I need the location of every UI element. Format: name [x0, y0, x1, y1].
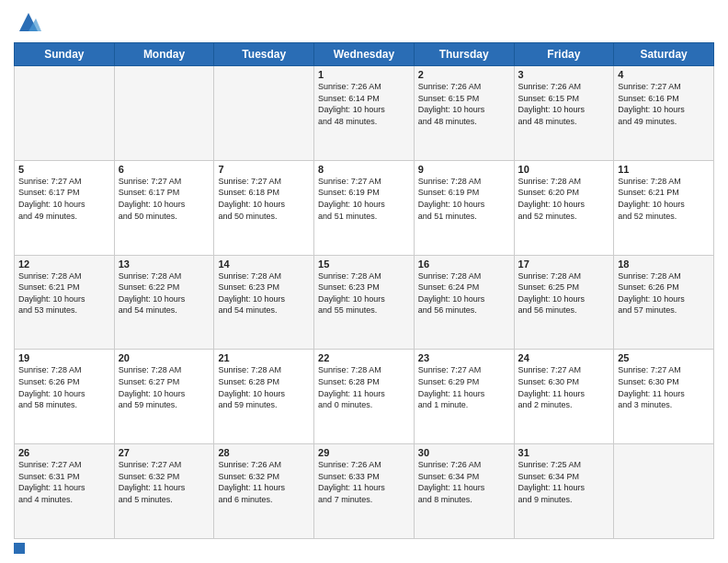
- day-number: 13: [119, 259, 210, 270]
- day-number: 5: [18, 164, 110, 175]
- calendar-cell: 11Sunrise: 7:28 AM Sunset: 6:21 PM Dayli…: [614, 160, 714, 255]
- day-number: 20: [119, 352, 210, 363]
- calendar-cell: 4Sunrise: 7:27 AM Sunset: 6:16 PM Daylig…: [614, 66, 714, 161]
- week-row: 12Sunrise: 7:28 AM Sunset: 6:21 PM Dayli…: [15, 255, 714, 350]
- day-header-monday: Monday: [114, 43, 214, 66]
- day-number: 21: [218, 352, 310, 363]
- day-number: 17: [518, 259, 610, 270]
- day-number: 23: [418, 352, 510, 363]
- day-number: 15: [318, 259, 410, 270]
- day-number: 3: [518, 69, 610, 80]
- logo: [14, 9, 41, 35]
- week-row: 5Sunrise: 7:27 AM Sunset: 6:17 PM Daylig…: [15, 160, 714, 255]
- day-number: 26: [18, 447, 110, 458]
- day-header-wednesday: Wednesday: [314, 43, 415, 66]
- calendar-cell: 26Sunrise: 7:27 AM Sunset: 6:31 PM Dayli…: [15, 444, 115, 539]
- day-number: 4: [618, 69, 710, 80]
- calendar-cell: 21Sunrise: 7:28 AM Sunset: 6:28 PM Dayli…: [214, 350, 314, 444]
- day-number: 25: [618, 352, 710, 363]
- day-info: Sunrise: 7:26 AM Sunset: 6:15 PM Dayligh…: [518, 81, 610, 127]
- day-header-tuesday: Tuesday: [214, 43, 314, 66]
- calendar-cell: 15Sunrise: 7:28 AM Sunset: 6:23 PM Dayli…: [314, 255, 415, 350]
- day-number: 7: [218, 164, 310, 175]
- day-info: Sunrise: 7:26 AM Sunset: 6:33 PM Dayligh…: [318, 459, 410, 505]
- day-info: Sunrise: 7:28 AM Sunset: 6:23 PM Dayligh…: [318, 270, 410, 316]
- day-header-friday: Friday: [514, 43, 614, 66]
- calendar-cell: 27Sunrise: 7:27 AM Sunset: 6:32 PM Dayli…: [114, 444, 214, 539]
- calendar-cell: [214, 66, 314, 161]
- day-info: Sunrise: 7:28 AM Sunset: 6:19 PM Dayligh…: [418, 176, 510, 222]
- day-number: 16: [418, 259, 510, 270]
- calendar-cell: 24Sunrise: 7:27 AM Sunset: 6:30 PM Dayli…: [514, 350, 614, 444]
- day-info: Sunrise: 7:27 AM Sunset: 6:19 PM Dayligh…: [318, 176, 410, 222]
- calendar-cell: [114, 66, 214, 161]
- day-number: 9: [418, 164, 510, 175]
- day-info: Sunrise: 7:28 AM Sunset: 6:22 PM Dayligh…: [119, 270, 210, 316]
- day-info: Sunrise: 7:26 AM Sunset: 6:14 PM Dayligh…: [318, 81, 410, 127]
- day-info: Sunrise: 7:27 AM Sunset: 6:18 PM Dayligh…: [218, 176, 310, 222]
- day-number: 28: [218, 447, 310, 458]
- day-info: Sunrise: 7:28 AM Sunset: 6:20 PM Dayligh…: [518, 176, 610, 222]
- day-info: Sunrise: 7:28 AM Sunset: 6:23 PM Dayligh…: [218, 270, 310, 316]
- day-info: Sunrise: 7:27 AM Sunset: 6:16 PM Dayligh…: [618, 81, 710, 127]
- day-number: 14: [218, 259, 310, 270]
- calendar-cell: 7Sunrise: 7:27 AM Sunset: 6:18 PM Daylig…: [214, 160, 314, 255]
- page: SundayMondayTuesdayWednesdayThursdayFrid…: [0, 0, 728, 563]
- calendar-cell: 29Sunrise: 7:26 AM Sunset: 6:33 PM Dayli…: [314, 444, 415, 539]
- day-info: Sunrise: 7:26 AM Sunset: 6:15 PM Dayligh…: [418, 81, 510, 127]
- day-info: Sunrise: 7:27 AM Sunset: 6:30 PM Dayligh…: [618, 364, 710, 410]
- calendar-cell: 25Sunrise: 7:27 AM Sunset: 6:30 PM Dayli…: [614, 350, 714, 444]
- day-header-thursday: Thursday: [414, 43, 514, 66]
- day-info: Sunrise: 7:27 AM Sunset: 6:17 PM Dayligh…: [18, 176, 110, 222]
- calendar-cell: 22Sunrise: 7:28 AM Sunset: 6:28 PM Dayli…: [314, 350, 415, 444]
- calendar-cell: 6Sunrise: 7:27 AM Sunset: 6:17 PM Daylig…: [114, 160, 214, 255]
- day-info: Sunrise: 7:28 AM Sunset: 6:24 PM Dayligh…: [418, 270, 510, 316]
- day-number: 1: [318, 69, 410, 80]
- day-info: Sunrise: 7:26 AM Sunset: 6:34 PM Dayligh…: [418, 459, 510, 505]
- day-number: 8: [318, 164, 410, 175]
- calendar-cell: 23Sunrise: 7:27 AM Sunset: 6:29 PM Dayli…: [414, 350, 514, 444]
- calendar-cell: 20Sunrise: 7:28 AM Sunset: 6:27 PM Dayli…: [114, 350, 214, 444]
- day-number: 2: [418, 69, 510, 80]
- day-info: Sunrise: 7:27 AM Sunset: 6:31 PM Dayligh…: [18, 459, 110, 505]
- calendar-cell: 18Sunrise: 7:28 AM Sunset: 6:26 PM Dayli…: [614, 255, 714, 350]
- footer: [14, 543, 714, 554]
- day-info: Sunrise: 7:27 AM Sunset: 6:29 PM Dayligh…: [418, 364, 510, 410]
- calendar-cell: 28Sunrise: 7:26 AM Sunset: 6:32 PM Dayli…: [214, 444, 314, 539]
- day-info: Sunrise: 7:27 AM Sunset: 6:30 PM Dayligh…: [518, 364, 610, 410]
- calendar-cell: 1Sunrise: 7:26 AM Sunset: 6:14 PM Daylig…: [314, 66, 415, 161]
- day-number: 31: [518, 447, 610, 458]
- day-number: 19: [18, 352, 110, 363]
- calendar-cell: 17Sunrise: 7:28 AM Sunset: 6:25 PM Dayli…: [514, 255, 614, 350]
- day-number: 12: [18, 259, 110, 270]
- day-info: Sunrise: 7:25 AM Sunset: 6:34 PM Dayligh…: [518, 459, 610, 505]
- day-number: 27: [119, 447, 210, 458]
- header: [14, 9, 714, 35]
- calendar-cell: 9Sunrise: 7:28 AM Sunset: 6:19 PM Daylig…: [414, 160, 514, 255]
- calendar-cell: [15, 66, 115, 161]
- day-number: 18: [618, 259, 710, 270]
- calendar-cell: [614, 444, 714, 539]
- calendar-cell: 30Sunrise: 7:26 AM Sunset: 6:34 PM Dayli…: [414, 444, 514, 539]
- footer-dot: [14, 543, 25, 554]
- day-info: Sunrise: 7:27 AM Sunset: 6:17 PM Dayligh…: [119, 176, 210, 222]
- day-number: 6: [119, 164, 210, 175]
- day-info: Sunrise: 7:27 AM Sunset: 6:32 PM Dayligh…: [119, 459, 210, 505]
- day-info: Sunrise: 7:28 AM Sunset: 6:21 PM Dayligh…: [618, 176, 710, 222]
- calendar-cell: 14Sunrise: 7:28 AM Sunset: 6:23 PM Dayli…: [214, 255, 314, 350]
- calendar-table: SundayMondayTuesdayWednesdayThursdayFrid…: [14, 42, 714, 539]
- day-number: 24: [518, 352, 610, 363]
- header-row: SundayMondayTuesdayWednesdayThursdayFrid…: [15, 43, 714, 66]
- calendar-cell: 12Sunrise: 7:28 AM Sunset: 6:21 PM Dayli…: [15, 255, 115, 350]
- day-info: Sunrise: 7:28 AM Sunset: 6:28 PM Dayligh…: [318, 364, 410, 410]
- day-header-sunday: Sunday: [15, 43, 115, 66]
- day-number: 22: [318, 352, 410, 363]
- calendar-cell: 10Sunrise: 7:28 AM Sunset: 6:20 PM Dayli…: [514, 160, 614, 255]
- day-number: 10: [518, 164, 610, 175]
- day-info: Sunrise: 7:28 AM Sunset: 6:28 PM Dayligh…: [218, 364, 310, 410]
- calendar-cell: 8Sunrise: 7:27 AM Sunset: 6:19 PM Daylig…: [314, 160, 415, 255]
- week-row: 26Sunrise: 7:27 AM Sunset: 6:31 PM Dayli…: [15, 444, 714, 539]
- day-number: 30: [418, 447, 510, 458]
- logo-icon: [16, 9, 41, 35]
- day-number: 29: [318, 447, 410, 458]
